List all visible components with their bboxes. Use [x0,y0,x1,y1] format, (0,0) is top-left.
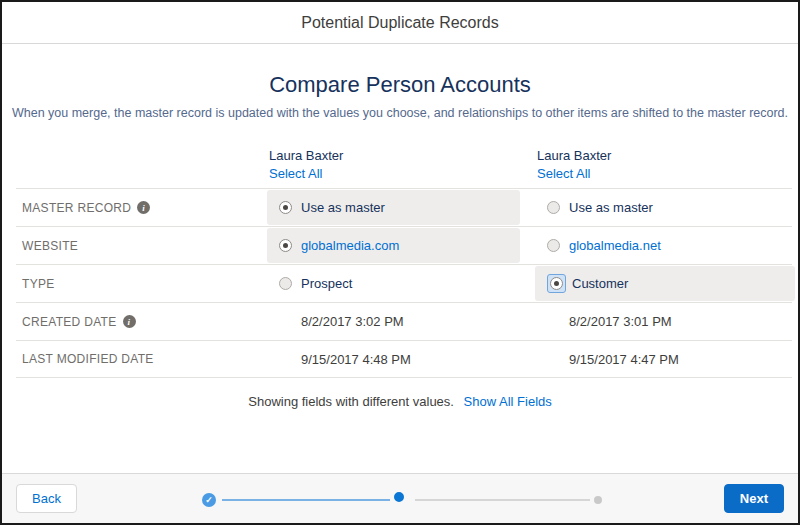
fields-note-text: Showing fields with different values. [248,394,454,409]
radio-button-unchecked[interactable] [279,277,292,290]
website-option-2[interactable]: globalmedia.net [535,228,795,263]
row-label-text: MASTER RECORD [22,201,131,215]
merge-description: When you merge, the master record is upd… [2,106,798,120]
record-2-select-all-link[interactable]: Select All [537,165,590,183]
progress-step-3-upcoming [594,496,602,504]
row-label-text: CREATED DATE [22,315,117,329]
radio-button-unchecked[interactable] [547,201,560,214]
last-modified-value-2: 9/15/2017 4:47 PM [535,342,795,376]
last-modified-value-1: 9/15/2017 4:48 PM [267,342,520,376]
table-header-row: Laura Baxter Select All Laura Baxter Sel… [16,145,792,188]
type-option-2[interactable]: Customer [535,266,795,301]
created-date-value-1: 8/2/2017 3:02 PM [267,304,520,339]
row-label: CREATED DATE i [22,303,136,340]
date-value: 9/15/2017 4:48 PM [301,352,411,367]
row-label-text: LAST MODIFIED DATE [22,352,154,366]
created-date-value-2: 8/2/2017 3:01 PM [535,304,795,339]
table-row-master-record: MASTER RECORD i Use as master Use as mas… [16,188,792,226]
row-label: LAST MODIFIED DATE [22,341,154,377]
record-2-name: Laura Baxter [537,147,611,165]
info-icon: i [123,315,136,328]
progress-step-1-completed-check-icon: ✓ [202,493,216,507]
fields-note: Showing fields with different values. Sh… [2,394,798,409]
record-1-select-all-link[interactable]: Select All [269,165,322,183]
radio-label: Prospect [301,276,352,291]
table-row-last-modified-date: LAST MODIFIED DATE 9/15/2017 4:48 PM 9/1… [16,340,792,378]
table-row-website: WEBSITE globalmedia.com globalmedia.net [16,226,792,264]
radio-label: Customer [572,276,628,291]
type-option-1[interactable]: Prospect [267,266,520,301]
row-label: MASTER RECORD i [22,189,150,226]
show-all-fields-link[interactable]: Show All Fields [464,394,552,409]
master-record-option-1[interactable]: Use as master [267,190,520,225]
radio-label: Use as master [569,200,653,215]
master-record-option-2[interactable]: Use as master [535,190,795,225]
row-label-text: WEBSITE [22,239,78,253]
row-label-text: TYPE [22,277,55,291]
progress-track-completed [222,499,390,501]
compare-table: Laura Baxter Select All Laura Baxter Sel… [16,145,792,378]
next-button[interactable]: Next [724,484,784,513]
date-value: 8/2/2017 3:02 PM [301,314,404,329]
info-icon: i [137,201,150,214]
website-option-1[interactable]: globalmedia.com [267,228,520,263]
duplicate-records-dialog: Potential Duplicate Records Compare Pers… [0,0,800,525]
row-label: TYPE [22,265,55,302]
table-row-created-date: CREATED DATE i 8/2/2017 3:02 PM 8/2/2017… [16,302,792,340]
record-1-name: Laura Baxter [269,147,343,165]
radio-button-checked-focused[interactable] [550,277,563,290]
radio-button-unchecked[interactable] [547,239,560,252]
dialog-footer: Back ✓ Next [2,473,798,523]
record-1-header: Laura Baxter Select All [269,147,343,183]
back-button[interactable]: Back [16,484,77,513]
dialog-title: Potential Duplicate Records [301,14,498,32]
row-label: WEBSITE [22,227,78,264]
website-link[interactable]: globalmedia.com [301,238,399,253]
progress-step-2-current [394,492,404,502]
radio-button-checked[interactable] [279,239,292,252]
record-2-header: Laura Baxter Select All [537,147,611,183]
radio-button-checked[interactable] [279,201,292,214]
progress-track-upcoming [415,499,590,501]
date-value: 8/2/2017 3:01 PM [569,314,672,329]
dialog-body: Compare Person Accounts When you merge, … [2,45,798,409]
radio-focus-ring [547,274,566,293]
date-value: 9/15/2017 4:47 PM [569,352,679,367]
website-link[interactable]: globalmedia.net [569,238,661,253]
table-row-type: TYPE Prospect Customer [16,264,792,302]
radio-label: Use as master [301,200,385,215]
dialog-header: Potential Duplicate Records [2,2,798,44]
page-title: Compare Person Accounts [2,72,798,98]
